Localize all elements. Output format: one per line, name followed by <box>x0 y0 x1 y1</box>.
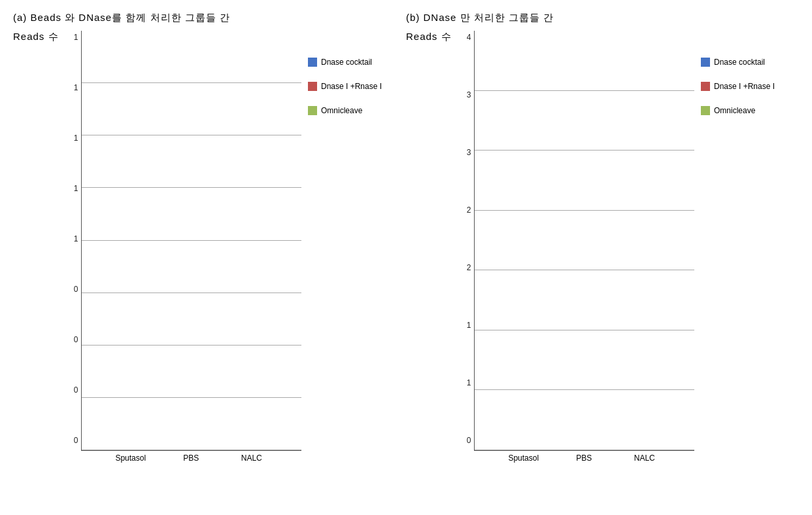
x-label: PBS <box>171 453 211 463</box>
y-tick: 3 <box>467 91 471 99</box>
y-tick: 1 <box>74 84 78 92</box>
legend-item: Dnase I +Rnase I <box>701 81 799 92</box>
y-tick: 0 <box>74 436 78 444</box>
plot-area-right: SputasolPBSNALC <box>474 31 694 463</box>
y-axis-right: 43322110 <box>453 31 471 463</box>
legend-color-swatch <box>308 58 317 67</box>
x-label: NALC <box>232 453 271 463</box>
legend-color-swatch <box>308 82 317 91</box>
plot-legend-left: SputasolPBSNALC Dnase cocktailDnase I +R… <box>81 31 406 463</box>
plot-area-left: SputasolPBSNALC <box>81 31 301 463</box>
chart-right: Reads 수 43322110 SputasolPBSNALC Dnase c… <box>406 31 799 463</box>
grid-line <box>475 450 694 450</box>
legend-item: Omnicleave <box>308 105 406 116</box>
legend-item: Dnase cocktail <box>308 57 406 68</box>
y-tick: 4 <box>467 33 471 41</box>
grid-line <box>82 397 301 398</box>
main-container: (a) Beads 와 DNase를 함께 처리한 그룹들 간 (b) DNas… <box>0 0 812 515</box>
y-axis-left: 111110000 <box>60 31 78 463</box>
legend-color-swatch <box>701 106 710 115</box>
x-label: PBS <box>564 453 603 463</box>
legend-label: Dnase cocktail <box>321 57 372 68</box>
title-row: (a) Beads 와 DNase를 함께 처리한 그룹들 간 (b) DNas… <box>13 12 799 24</box>
grid-line <box>82 293 301 293</box>
grid-line <box>475 330 694 330</box>
x-label: NALC <box>625 453 664 463</box>
legend-item: Omnicleave <box>701 105 799 116</box>
grid-line <box>475 389 694 390</box>
y-tick: 1 <box>74 185 78 192</box>
y-tick: 1 <box>74 33 78 41</box>
legend-right: Dnase cocktailDnase I +Rnase IOmnicleave <box>694 31 799 463</box>
y-tick: 0 <box>74 285 78 293</box>
y-tick: 1 <box>74 134 78 142</box>
charts-row: Reads 수 111110000 SputasolPBSNALC Dnase … <box>13 31 799 508</box>
legend-color-swatch <box>701 82 710 91</box>
title-right: (b) DNase 만 처리한 그룹들 간 <box>406 12 799 24</box>
x-label: Sputasol <box>111 453 150 463</box>
legend-label: Dnase I +Rnase I <box>714 81 775 92</box>
legend-item: Dnase cocktail <box>701 57 799 68</box>
grid-line <box>82 187 301 188</box>
grid-line <box>82 135 301 135</box>
legend-item: Dnase I +Rnase I <box>308 81 406 92</box>
grid-line <box>82 82 301 83</box>
x-labels-left: SputasolPBSNALC <box>81 453 301 463</box>
y-axis-label-left: Reads 수 <box>13 31 59 463</box>
bars-left <box>82 31 301 450</box>
x-label: Sputasol <box>504 453 543 463</box>
legend-label: Omnicleave <box>714 105 755 116</box>
legend-label: Dnase cocktail <box>714 57 765 68</box>
grid-lines-right <box>474 31 694 451</box>
legend-color-swatch <box>701 58 710 67</box>
legend-label: Dnase I +Rnase I <box>321 81 382 92</box>
grid-line <box>475 210 694 211</box>
chart-left: Reads 수 111110000 SputasolPBSNALC Dnase … <box>13 31 406 463</box>
y-tick: 2 <box>467 206 471 214</box>
chart-area-right: 43322110 SputasolPBSNALC Dnase cocktailD… <box>453 31 799 463</box>
grid-line <box>475 270 694 270</box>
legend-color-swatch <box>308 106 317 115</box>
y-tick: 3 <box>467 149 471 156</box>
grid-line <box>82 345 301 346</box>
y-tick: 2 <box>467 264 471 272</box>
chart-area-left: 111110000 SputasolPBSNALC Dnase cocktail… <box>60 31 406 463</box>
grid-line <box>82 240 301 241</box>
grid-line <box>82 450 301 450</box>
bars-right <box>475 31 694 450</box>
y-tick: 1 <box>74 235 78 243</box>
grid-lines-left <box>81 31 301 451</box>
legend-left: Dnase cocktailDnase I +Rnase IOmnicleave <box>301 31 406 463</box>
grid-line <box>475 90 694 91</box>
title-left: (a) Beads 와 DNase를 함께 처리한 그룹들 간 <box>13 12 406 24</box>
y-tick: 1 <box>467 379 471 387</box>
y-tick: 0 <box>467 436 471 444</box>
x-labels-right: SputasolPBSNALC <box>474 453 694 463</box>
y-tick: 1 <box>467 321 471 329</box>
y-tick: 0 <box>74 386 78 394</box>
plot-legend-right: SputasolPBSNALC Dnase cocktailDnase I +R… <box>474 31 799 463</box>
grid-line <box>475 150 694 151</box>
y-axis-label-right: Reads 수 <box>406 31 452 463</box>
legend-label: Omnicleave <box>321 105 362 116</box>
y-tick: 0 <box>74 336 78 344</box>
